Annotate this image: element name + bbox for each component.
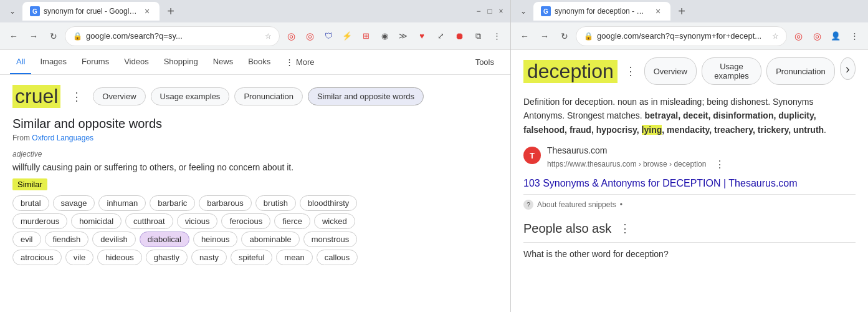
nav-link-books[interactable]: Books xyxy=(242,50,277,74)
chip-monstrous[interactable]: monstrous xyxy=(303,232,358,247)
chip-fiendish[interactable]: fiendish xyxy=(45,232,89,247)
right-forward-button[interactable]: → xyxy=(536,27,553,45)
right-people-ask-question[interactable]: What is the other word for deception? xyxy=(523,242,856,265)
left-extension-shield[interactable]: 🛡 xyxy=(320,27,337,45)
right-tab-title: synonym for deception - Goog... xyxy=(555,7,649,16)
chip-ghastly[interactable]: ghastly xyxy=(146,250,188,265)
nav-tools[interactable]: Tools xyxy=(469,57,500,67)
chip-cutthroat[interactable]: cutthroat xyxy=(125,213,173,229)
nav-link-news[interactable]: News xyxy=(207,50,240,74)
chip-diabolical[interactable]: diabolical xyxy=(140,232,189,247)
right-extension-opera[interactable]: ◎ xyxy=(789,27,807,45)
left-word-tab-overview[interactable]: Overview xyxy=(93,87,145,105)
chip-barbarous[interactable]: barbarous xyxy=(199,195,252,211)
left-oxford-link[interactable]: Oxford Languages xyxy=(32,134,93,142)
left-word-tab-pronunciation[interactable]: Pronunciation xyxy=(234,87,303,105)
right-more-menu[interactable]: ⋮ xyxy=(846,27,863,45)
right-source-favicon: T xyxy=(523,147,541,164)
right-word-tab-overview[interactable]: Overview xyxy=(644,57,697,85)
left-extension-music[interactable]: ≫ xyxy=(394,27,412,45)
chip-mean[interactable]: mean xyxy=(276,250,313,265)
left-extension-circles[interactable]: ◉ xyxy=(376,27,393,45)
chip-atrocious[interactable]: atrocious xyxy=(12,250,62,265)
left-address-input[interactable]: 🔒 google.com/search?q=sy... ☆ xyxy=(65,26,280,46)
chip-spiteful[interactable]: spiteful xyxy=(231,250,272,265)
left-more-menu[interactable]: ⋮ xyxy=(488,27,505,45)
right-browser-window: ⌄ G synonym for deception - Goog... × + … xyxy=(511,0,868,312)
left-extension-grid[interactable]: ⊞ xyxy=(357,27,374,45)
chip-bloodthirsty[interactable]: bloodthirsty xyxy=(300,195,357,211)
left-word-tab-usage[interactable]: Usage examples xyxy=(151,87,230,105)
chip-nasty[interactable]: nasty xyxy=(191,250,227,265)
nav-link-videos[interactable]: Videos xyxy=(118,50,155,74)
left-extension-heart[interactable]: ♥ xyxy=(413,27,431,45)
right-source-link-title[interactable]: 103 Synonyms & Antonyms for DECEPTION | … xyxy=(523,178,798,188)
chip-homicidal[interactable]: homicidal xyxy=(71,213,122,229)
chip-murderous[interactable]: murderous xyxy=(12,213,67,229)
left-extension-bolt[interactable]: ⚡ xyxy=(338,27,356,45)
chip-barbaric[interactable]: barbaric xyxy=(150,195,195,211)
left-back-button[interactable]: ← xyxy=(5,27,22,45)
chip-evil[interactable]: evil xyxy=(12,232,41,247)
chip-wicked[interactable]: wicked xyxy=(314,213,355,229)
right-word-more-button[interactable]: ⋮ xyxy=(624,62,638,80)
left-forward-button[interactable]: → xyxy=(25,27,42,45)
right-tab-favicon: G xyxy=(541,6,551,16)
left-tab-title: synonym for cruel - Google Se... xyxy=(44,7,138,16)
right-word-tab-more[interactable]: › xyxy=(840,57,856,80)
right-address-text: google.com/search?q=synonym+for+decept..… xyxy=(597,31,768,41)
right-refresh-button[interactable]: ↻ xyxy=(556,27,573,45)
nav-link-all[interactable]: All xyxy=(10,50,31,74)
left-extension-opera2[interactable]: ◎ xyxy=(301,27,318,45)
nav-link-images[interactable]: Images xyxy=(34,50,73,74)
left-close-button[interactable]: × xyxy=(497,7,505,16)
left-extension-expand[interactable]: ⤢ xyxy=(432,27,449,45)
chip-abominable[interactable]: abominable xyxy=(241,232,299,247)
chip-savage[interactable]: savage xyxy=(53,195,95,211)
right-extension-avatar[interactable]: 👤 xyxy=(827,27,844,45)
nav-link-shopping[interactable]: Shopping xyxy=(158,50,204,74)
chip-devilish[interactable]: devilish xyxy=(92,232,135,247)
right-tab-close[interactable]: × xyxy=(653,6,663,16)
chip-heinous[interactable]: heinous xyxy=(193,232,238,247)
left-new-tab-button[interactable]: + xyxy=(162,2,179,20)
left-section-title: Similar and opposite words xyxy=(12,117,498,131)
left-minimize-button[interactable]: − xyxy=(474,7,483,16)
left-extension-opera[interactable]: ◎ xyxy=(282,27,300,45)
right-word-tab-usage[interactable]: Usage examples xyxy=(702,57,761,85)
right-back-button[interactable]: ← xyxy=(516,27,533,45)
left-word-chips: brutal savage inhuman barbaric barbarous… xyxy=(12,195,498,211)
chip-brutal[interactable]: brutal xyxy=(12,195,49,211)
left-extension-rec[interactable]: ⏺ xyxy=(451,27,468,45)
chip-hideous[interactable]: hideous xyxy=(97,250,142,265)
chip-inhuman[interactable]: inhuman xyxy=(98,195,146,211)
right-tab-prev-btn[interactable]: ⌄ xyxy=(516,4,531,19)
right-word-tabs: Overview Usage examples Pronunciation › xyxy=(644,57,856,85)
right-word-tab-pronunciation[interactable]: Pronunciation xyxy=(766,57,835,85)
right-people-ask-more[interactable]: ⋮ xyxy=(616,220,634,237)
left-word-tab-similar[interactable]: Similar and opposite words xyxy=(308,87,424,105)
right-new-tab-button[interactable]: + xyxy=(673,2,690,20)
chip-vile[interactable]: vile xyxy=(65,250,94,265)
right-address-input[interactable]: 🔒 google.com/search?q=synonym+for+decept… xyxy=(576,26,787,46)
left-tab-prev-btn[interactable]: ⌄ xyxy=(5,4,20,19)
left-section-source: From Oxford Languages xyxy=(12,134,498,142)
chip-brutish[interactable]: brutish xyxy=(255,195,296,211)
chip-ferocious[interactable]: ferocious xyxy=(221,213,270,229)
right-help-icon[interactable]: ? xyxy=(523,200,533,210)
chip-callous[interactable]: callous xyxy=(317,250,358,265)
left-active-tab[interactable]: G synonym for cruel - Google Se... × xyxy=(22,2,160,21)
left-word-more-button[interactable]: ⋮ xyxy=(68,88,85,105)
left-word-tabs: Overview Usage examples Pronunciation Si… xyxy=(93,87,424,105)
nav-link-forums[interactable]: Forums xyxy=(75,50,115,74)
right-active-tab[interactable]: G synonym for deception - Goog... × xyxy=(533,2,670,21)
right-source-more[interactable]: ⋮ xyxy=(711,155,728,173)
left-extension-copy[interactable]: ⧉ xyxy=(469,27,487,45)
nav-link-more[interactable]: ⋮ More xyxy=(279,57,320,67)
right-extension-opera2[interactable]: ◎ xyxy=(808,27,826,45)
chip-vicious[interactable]: vicious xyxy=(177,213,218,229)
left-maximize-button[interactable]: □ xyxy=(485,7,494,16)
left-tab-close[interactable]: × xyxy=(142,6,152,16)
chip-fierce[interactable]: fierce xyxy=(274,213,310,229)
left-refresh-button[interactable]: ↻ xyxy=(45,27,62,45)
